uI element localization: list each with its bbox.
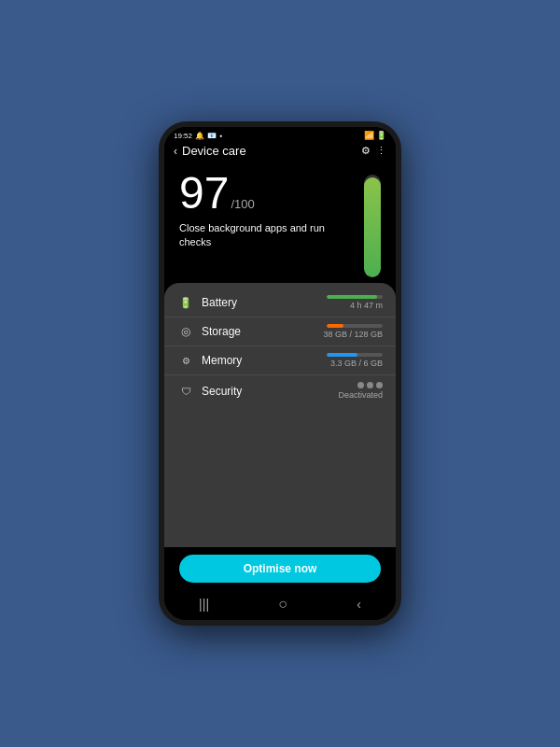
security-right: Deactivated: [338, 382, 383, 400]
top-bar-right: ⚙ ⋮: [361, 145, 386, 157]
score-description: Close background apps and run checks: [179, 221, 355, 250]
back-nav-button[interactable]: ‹: [357, 597, 361, 612]
battery-value: 4 h 47 m: [350, 301, 383, 310]
home-button[interactable]: ○: [278, 596, 287, 613]
memory-label: Memory: [202, 354, 327, 367]
security-value: Deactivated: [338, 390, 383, 400]
settings-icon[interactable]: ⚙: [361, 145, 371, 157]
storage-bar-track: [327, 324, 383, 328]
stats-panel: 🔋 Battery 4 h 47 m ◎ Storage 38 GB /: [164, 283, 396, 547]
status-right: 📶 🔋: [364, 131, 386, 140]
top-bar-left: ‹ Device care: [174, 144, 246, 158]
storage-row-icon: ◎: [177, 325, 194, 338]
status-bar: 19:52 🔔 📧 ● 📶 🔋: [164, 127, 396, 142]
score-max: /100: [231, 197, 254, 211]
memory-bar-fill: [327, 353, 357, 357]
battery-label: Battery: [202, 296, 327, 309]
memory-right: 3.3 GB / 6 GB: [327, 353, 383, 368]
security-label: Security: [202, 385, 338, 398]
score-bar-container: [364, 175, 381, 277]
score-value: 97: [179, 171, 229, 216]
security-dots: [357, 382, 383, 388]
status-dot: ●: [219, 133, 222, 138]
battery-row-icon: 🔋: [177, 297, 194, 309]
status-email: 📧: [207, 132, 217, 140]
score-number: 97 /100: [179, 171, 355, 216]
dot-2: [367, 382, 373, 388]
top-bar: ‹ Device care ⚙ ⋮: [164, 142, 396, 162]
recents-button[interactable]: |||: [199, 597, 209, 612]
status-left: 19:52 🔔 📧 ●: [174, 132, 222, 140]
menu-icon[interactable]: ⋮: [376, 145, 386, 157]
phone-screen: 19:52 🔔 📧 ● 📶 🔋 ‹ Device care ⚙ ⋮: [164, 127, 396, 620]
memory-value: 3.3 GB / 6 GB: [330, 359, 383, 368]
security-row[interactable]: 🛡 Security Deactivated: [164, 375, 396, 406]
storage-bar-fill: [327, 324, 343, 328]
score-left: 97 /100 Close background apps and run ch…: [179, 171, 355, 250]
storage-right: 38 GB / 128 GB: [323, 324, 383, 339]
battery-right: 4 h 47 m: [327, 295, 383, 310]
back-button[interactable]: ‹: [174, 145, 177, 158]
memory-bar-track: [327, 353, 383, 357]
status-notifications: 🔔: [195, 132, 204, 140]
phone-outer: 19:52 🔔 📧 ● 📶 🔋 ‹ Device care ⚙ ⋮: [159, 121, 401, 626]
nav-bar: ||| ○ ‹: [164, 590, 396, 620]
dot-3: [376, 382, 383, 388]
battery-icon: 🔋: [376, 131, 386, 140]
page-title: Device care: [182, 144, 246, 158]
storage-label: Storage: [202, 325, 323, 338]
security-row-icon: 🛡: [177, 386, 194, 397]
storage-value: 38 GB / 128 GB: [323, 330, 383, 339]
optimise-area: Optimise now: [164, 547, 396, 590]
dot-1: [357, 382, 364, 388]
battery-bar-fill: [327, 295, 377, 299]
score-bar-fill: [364, 177, 381, 277]
score-area: 97 /100 Close background apps and run ch…: [164, 162, 396, 283]
memory-row[interactable]: ⚙ Memory 3.3 GB / 6 GB: [164, 346, 396, 375]
storage-row[interactable]: ◎ Storage 38 GB / 128 GB: [164, 317, 396, 346]
battery-row[interactable]: 🔋 Battery 4 h 47 m: [164, 289, 396, 317]
battery-bar-track: [327, 295, 383, 299]
signal-icon: 📶: [364, 131, 374, 140]
status-time: 19:52: [174, 132, 192, 140]
memory-row-icon: ⚙: [177, 356, 194, 366]
optimise-button[interactable]: Optimise now: [179, 555, 381, 583]
